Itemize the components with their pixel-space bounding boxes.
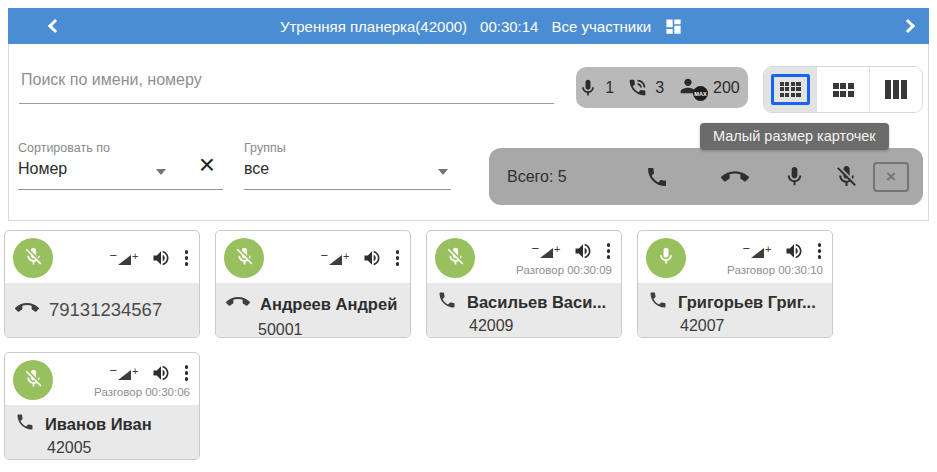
summary-action-bar: Всего: 5 × <box>489 148 923 205</box>
speaker-button[interactable] <box>784 241 804 261</box>
conference-timer: 00:30:14 <box>480 18 538 35</box>
max-badge: MAX <box>693 86 708 101</box>
hangup-all-button[interactable] <box>721 163 749 191</box>
call-active-icon <box>437 290 457 314</box>
call-all-button[interactable] <box>645 165 669 189</box>
microphone-icon <box>656 246 676 270</box>
volume-control[interactable]: −+ <box>109 252 138 265</box>
microphone-icon <box>578 78 598 98</box>
volume-wedge-icon <box>118 370 131 380</box>
active-calls-count: 3 <box>655 79 664 97</box>
search-input[interactable] <box>19 56 554 104</box>
participant-mute-toggle-button[interactable] <box>224 238 264 278</box>
hangup-state-icon <box>15 296 39 324</box>
participant-mute-toggle-button[interactable] <box>646 238 686 278</box>
volume-control[interactable]: −+ <box>320 252 349 265</box>
microphone-off-icon <box>445 246 466 271</box>
speaker-button[interactable] <box>573 241 593 261</box>
sort-field: Сортировать по Номер × <box>18 141 223 190</box>
volume-control[interactable]: −+ <box>531 245 560 258</box>
conference-stats-pill: 1 3 MAX 200 <box>576 67 748 108</box>
microphone-off-icon <box>234 246 255 271</box>
call-active-icon <box>15 412 35 436</box>
cards-grid: −+ 79131234567 <box>4 230 864 460</box>
groups-field: Группы все <box>244 141 451 190</box>
participant-number: 50001 <box>258 321 400 338</box>
view-button-grid-large[interactable] <box>869 67 922 112</box>
view-button-grid-small[interactable] <box>764 67 816 112</box>
card-menu-button[interactable] <box>605 243 613 259</box>
speaker-icon <box>573 241 593 261</box>
view-button-grid-medium[interactable] <box>816 67 869 112</box>
participant-name: 79131234567 <box>49 299 162 321</box>
conference-title: Утренняя планерка(42000) <box>280 18 467 35</box>
card-menu-button[interactable] <box>816 243 824 259</box>
conference-header: Утренняя планерка(42000) 00:30:14 Все уч… <box>8 8 929 44</box>
participant-name: Григорьев Григ... <box>678 293 816 312</box>
total-count-label: Всего: 5 <box>507 168 567 186</box>
mic-count: 1 <box>605 79 614 97</box>
participant-name: Иванов Иван <box>45 415 152 434</box>
dashboard-layout-icon[interactable] <box>664 17 683 36</box>
hangup-icon <box>721 163 749 191</box>
grid-small-icon <box>780 82 801 97</box>
speaker-icon <box>151 248 171 268</box>
groups-label: Группы <box>244 141 451 155</box>
microphone-off-icon <box>834 164 859 189</box>
sort-value[interactable]: Номер <box>18 160 223 178</box>
volume-wedge-icon <box>540 248 553 258</box>
mute-all-button[interactable] <box>834 164 859 189</box>
microphone-off-icon <box>23 368 44 393</box>
participant-number: 42007 <box>680 317 822 335</box>
card-menu-button[interactable] <box>183 365 191 381</box>
speaker-button[interactable] <box>151 363 171 383</box>
participant-number: 42005 <box>47 439 189 457</box>
speaker-button[interactable] <box>151 248 171 268</box>
call-icon <box>645 165 669 189</box>
participants-filter-label: Все участники <box>551 18 651 35</box>
grid-medium-icon <box>833 83 854 97</box>
participant-mute-toggle-button[interactable] <box>13 238 53 278</box>
participant-card: −+ Разговор 00:30:10 Григорьев Григ... 4… <box>637 230 833 338</box>
participant-card: −+ Разговор 00:30:09 Васильев Васи... 42… <box>426 230 622 338</box>
card-menu-button[interactable] <box>183 250 191 266</box>
participant-number: 42009 <box>469 317 611 335</box>
view-size-tooltip: Малый размер карточек <box>700 123 889 150</box>
microphone-icon <box>783 165 806 188</box>
participant-card: −+ 79131234567 <box>4 230 200 338</box>
hangup-state-icon <box>226 290 250 318</box>
talk-duration: Разговор 00:30:10 <box>727 264 823 276</box>
phone-in-talk-icon <box>627 77 648 98</box>
sort-clear-button[interactable]: × <box>199 151 215 179</box>
next-conference-chevron-icon[interactable] <box>901 19 915 33</box>
sort-chevron-down-icon[interactable] <box>156 169 166 175</box>
participant-card: −+ Андреев Андрей 50001 <box>215 230 411 338</box>
volume-wedge-icon <box>329 255 342 265</box>
volume-control[interactable]: −+ <box>742 245 771 258</box>
participant-mute-toggle-button[interactable] <box>435 238 475 278</box>
card-size-toggle-group <box>763 66 923 113</box>
groups-chevron-down-icon[interactable] <box>438 169 448 175</box>
call-active-icon <box>648 290 668 314</box>
speaker-icon <box>362 248 382 268</box>
talk-duration: Разговор 00:30:09 <box>516 264 612 276</box>
participant-max-icon: MAX <box>677 75 706 100</box>
volume-wedge-icon <box>751 248 764 258</box>
participant-mute-toggle-button[interactable] <box>13 360 53 400</box>
close-panel-button[interactable]: × <box>873 162 909 192</box>
card-menu-button[interactable] <box>394 250 402 266</box>
talk-duration: Разговор 00:30:06 <box>94 386 190 398</box>
microphone-off-icon <box>23 246 44 271</box>
participant-card: −+ Разговор 00:30:06 Иванов Иван 42005 <box>4 352 200 460</box>
unmute-all-button[interactable] <box>783 165 806 188</box>
speaker-icon <box>784 241 804 261</box>
volume-wedge-icon <box>118 255 131 265</box>
search-field-wrap <box>19 56 554 104</box>
sort-label: Сортировать по <box>18 141 223 155</box>
speaker-button[interactable] <box>362 248 382 268</box>
max-participants-count: 200 <box>713 79 740 97</box>
groups-value[interactable]: все <box>244 160 451 178</box>
participant-name: Андреев Андрей <box>260 295 397 314</box>
volume-control[interactable]: −+ <box>109 367 138 380</box>
speaker-icon <box>151 363 171 383</box>
